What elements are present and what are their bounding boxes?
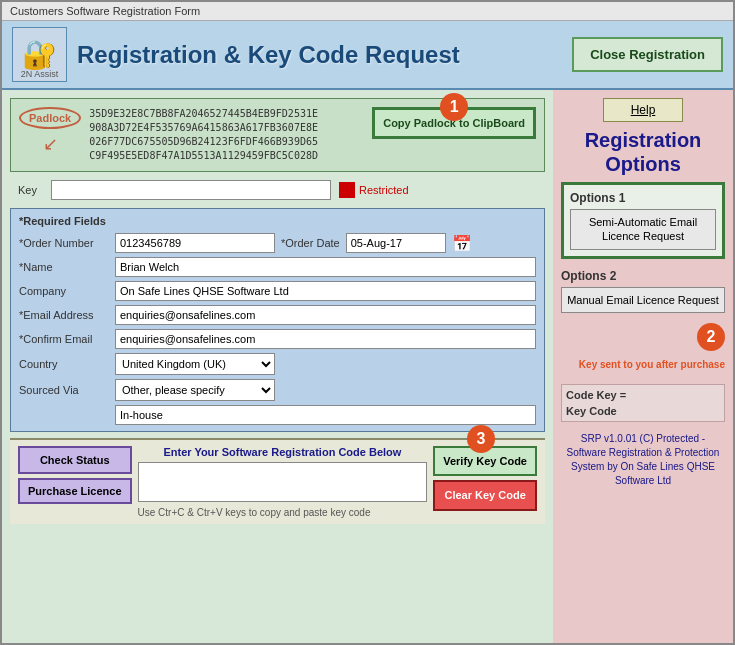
padlock-label-area: Padlock ↙ bbox=[19, 107, 81, 155]
left-panel: Padlock ↙ 35D9E32E8C7BB8FA2046527445B4EB… bbox=[2, 90, 553, 643]
order-number-input[interactable] bbox=[115, 233, 275, 253]
order-row: *Order Number *Order Date 📅 bbox=[19, 233, 536, 253]
right-panel: Help Registration Options Options 1 Semi… bbox=[553, 90, 733, 643]
country-row: Country United Kingdom (UK) bbox=[19, 353, 536, 375]
key-row: Key Restricted bbox=[10, 178, 545, 202]
check-status-button[interactable]: Check Status bbox=[18, 446, 132, 474]
app-logo: 🔐 2N Assist bbox=[12, 27, 67, 82]
bottom-section: 3 Check Status Purchase Licence Enter Yo… bbox=[10, 438, 545, 524]
padlock-section: Padlock ↙ 35D9E32E8C7BB8FA2046527445B4EB… bbox=[10, 98, 545, 172]
name-input[interactable] bbox=[115, 257, 536, 277]
main-content: Padlock ↙ 35D9E32E8C7BB8FA2046527445B4EB… bbox=[2, 90, 733, 643]
reg-code-input[interactable] bbox=[138, 462, 428, 502]
company-label: Company bbox=[19, 285, 109, 297]
main-window: Customers Software Registration Form 🔐 2… bbox=[0, 0, 735, 645]
step1-bubble: 1 bbox=[440, 93, 468, 121]
confirm-email-row: *Confirm Email bbox=[19, 329, 536, 349]
sourced-via-label: Sourced Via bbox=[19, 384, 109, 396]
name-row: *Name bbox=[19, 257, 536, 277]
key-code-label: Key Code bbox=[566, 405, 720, 417]
key-input[interactable] bbox=[51, 180, 331, 200]
confirm-email-input[interactable] bbox=[115, 329, 536, 349]
purchase-licence-button[interactable]: Purchase Licence bbox=[18, 478, 132, 504]
options1-box: Options 1 Semi-Automatic Email Licence R… bbox=[561, 182, 725, 259]
padlock-label: Padlock bbox=[19, 107, 81, 129]
sourced-via-select[interactable]: Other, please specify bbox=[115, 379, 275, 401]
reg-code-title: Enter Your Software Registration Code Be… bbox=[138, 446, 428, 458]
sourced-via-text-input[interactable] bbox=[115, 405, 536, 425]
key-label: Key bbox=[18, 184, 43, 196]
country-label: Country bbox=[19, 358, 109, 370]
email-row: *Email Address bbox=[19, 305, 536, 325]
reg-code-area: Enter Your Software Registration Code Be… bbox=[138, 446, 428, 518]
reg-options-title: Registration Options bbox=[561, 128, 725, 176]
sourced-via-row: Sourced Via Other, please specify bbox=[19, 379, 536, 401]
step3-bubble: 3 bbox=[467, 425, 495, 453]
order-date-input[interactable] bbox=[346, 233, 446, 253]
padlock-arrow-icon: ↙ bbox=[43, 133, 58, 155]
key-sent-text: Key sent to you after purchase bbox=[561, 359, 725, 370]
calendar-icon[interactable]: 📅 bbox=[452, 234, 472, 253]
verify-clear-buttons: Verify Key Code Clear Key Code bbox=[433, 446, 537, 511]
padlock-hash-text: 35D9E32E8C7BB8FA2046527445B4EB9FD2531E 9… bbox=[89, 107, 364, 163]
close-registration-button[interactable]: Close Registration bbox=[572, 37, 723, 72]
company-input[interactable] bbox=[115, 281, 536, 301]
order-number-label: *Order Number bbox=[19, 237, 109, 249]
options1-label: Options 1 bbox=[570, 191, 716, 205]
srp-text: SRP v1.0.01 (C) Protected - Software Reg… bbox=[561, 432, 725, 488]
reg-code-hint: Use Ctr+C & Ctr+V keys to copy and paste… bbox=[138, 507, 428, 518]
header-row: 🔐 2N Assist Registration & Key Code Requ… bbox=[2, 21, 733, 90]
restricted-badge: Restricted bbox=[339, 182, 409, 198]
country-select[interactable]: United Kingdom (UK) bbox=[115, 353, 275, 375]
code-key-section: Code Key = Key Code bbox=[561, 384, 725, 422]
code-key-label: Code Key = bbox=[566, 389, 720, 401]
restricted-label: Restricted bbox=[359, 184, 409, 196]
clear-key-code-button[interactable]: Clear Key Code bbox=[433, 480, 537, 510]
help-button[interactable]: Help bbox=[603, 98, 683, 122]
step2-area: 2 bbox=[561, 323, 725, 351]
sourced-via-input-row bbox=[19, 405, 536, 425]
confirm-email-label: *Confirm Email bbox=[19, 333, 109, 345]
options2-button[interactable]: Manual Email Licence Request bbox=[561, 287, 725, 313]
form-section: *Required Fields *Order Number *Order Da… bbox=[10, 208, 545, 432]
left-buttons: Check Status Purchase Licence bbox=[18, 446, 132, 504]
copy-btn-container: 1 Copy Padlock to ClipBoard bbox=[372, 107, 536, 139]
padlock-wrapper: Padlock ↙ 35D9E32E8C7BB8FA2046527445B4EB… bbox=[10, 98, 545, 172]
order-date-label: *Order Date bbox=[281, 237, 340, 249]
email-label: *Email Address bbox=[19, 309, 109, 321]
restricted-box-icon bbox=[339, 182, 355, 198]
name-label: *Name bbox=[19, 261, 109, 273]
app-title: Registration & Key Code Request bbox=[77, 41, 572, 69]
window-title: Customers Software Registration Form bbox=[10, 5, 200, 17]
step2-bubble: 2 bbox=[697, 323, 725, 351]
required-fields-label: *Required Fields bbox=[19, 215, 536, 227]
options2-container: Options 2 Manual Email Licence Request bbox=[561, 269, 725, 313]
company-row: Company bbox=[19, 281, 536, 301]
email-input[interactable] bbox=[115, 305, 536, 325]
options1-button[interactable]: Semi-Automatic Email Licence Request bbox=[570, 209, 716, 250]
title-bar: Customers Software Registration Form bbox=[2, 2, 733, 21]
options2-label: Options 2 bbox=[561, 269, 725, 283]
